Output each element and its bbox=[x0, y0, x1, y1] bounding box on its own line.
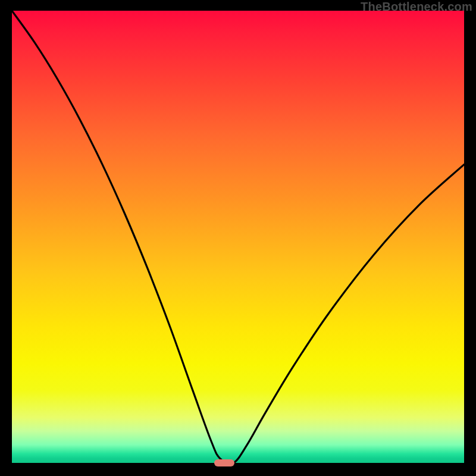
optimum-marker bbox=[214, 459, 234, 466]
heat-gradient-background bbox=[12, 11, 464, 463]
attribution-text: TheBottleneck.com bbox=[361, 0, 472, 14]
chart-frame: TheBottleneck.com bbox=[0, 0, 476, 476]
plot-area bbox=[12, 11, 464, 463]
